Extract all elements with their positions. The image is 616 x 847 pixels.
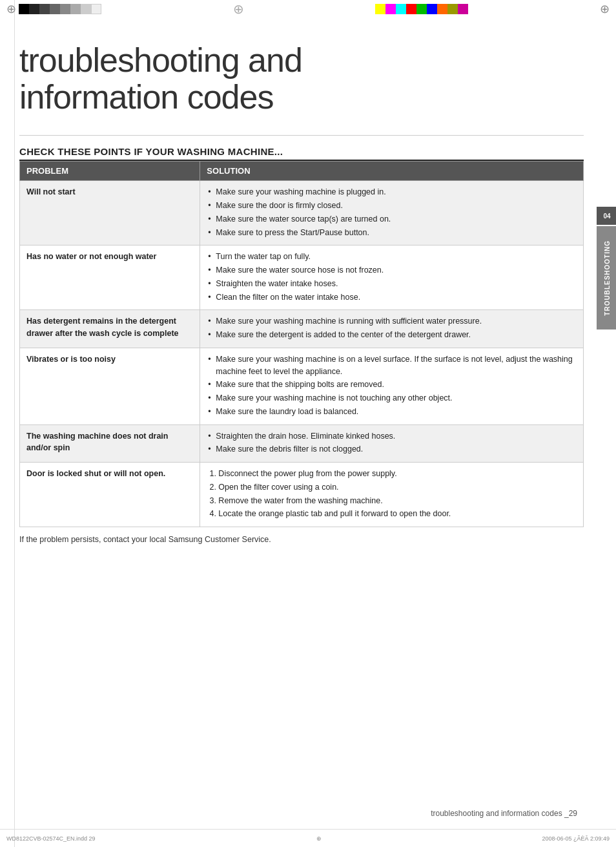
crosshair-bottom: ⊕ (316, 835, 322, 842)
solution-item: Make sure the debris filter is not clogg… (207, 443, 577, 455)
solution-cell: Make sure your washing machine is on a l… (200, 348, 584, 424)
footer-note: If the problem persists, contact your lo… (19, 535, 584, 544)
col-header-problem: PROBLEM (20, 162, 200, 181)
solution-item: Make sure your washing machine is plugge… (207, 186, 577, 198)
solution-item: Make sure the laundry load is balanced. (207, 406, 577, 418)
solution-item: Make sure your washing machine is not to… (207, 392, 577, 404)
problem-cell: Has no water or not enough water (20, 246, 200, 310)
swatch-3 (39, 4, 50, 14)
top-bar: ⊕ ⊕ ⊕ (0, 0, 616, 18)
solution-cell: Disconnect the power plug from the power… (200, 463, 584, 527)
color-bar-left (19, 4, 101, 14)
swatch-r5 (416, 4, 427, 14)
solution-item: Make sure your washing machine is on a l… (207, 353, 577, 378)
title-separator (19, 135, 584, 136)
solution-item: Make sure the door is firmly closed. (207, 200, 577, 212)
page-number-text: troubleshooting and information codes _2… (431, 809, 577, 818)
trouble-table: PROBLEM SOLUTION Will not startMake sure… (19, 161, 584, 527)
solution-cell: Turn the water tap on fully.Make sure th… (200, 246, 584, 310)
reg-cross-left: ⊕ (6, 2, 16, 16)
swatch-r9 (458, 4, 468, 14)
solution-item: Open the filter cover using a coin. (218, 481, 577, 494)
left-margin-line (14, 0, 15, 847)
solution-cell: Straighten the drain hose. Eliminate kin… (200, 424, 584, 463)
table-row: Will not startMake sure your washing mac… (20, 181, 584, 246)
side-tab-number: 04 (597, 207, 616, 225)
solution-item: Turn the water tap on fully. (207, 251, 577, 263)
crosshair-top: ⊕ (233, 1, 244, 17)
solution-item: Make sure to press the Start/Pause butto… (207, 227, 577, 239)
swatch-7 (81, 4, 91, 14)
page-title: troubleshooting and information codes (19, 42, 584, 116)
swatch-8 (91, 4, 101, 14)
swatch-r1 (375, 4, 385, 14)
color-bar-right (375, 4, 468, 14)
solution-cell: Make sure your washing machine is runnin… (200, 310, 584, 348)
side-tab-label: TROUBLESHOOTING (604, 240, 611, 316)
swatch-r8 (447, 4, 458, 14)
bottom-left-text: WD8122CVB-02574C_EN.indd 29 (6, 835, 96, 842)
swatch-r3 (396, 4, 406, 14)
table-row: Has no water or not enough waterTurn the… (20, 246, 584, 310)
table-row: Vibrates or is too noisyMake sure your w… (20, 348, 584, 424)
swatch-5 (60, 4, 70, 14)
swatch-4 (50, 4, 60, 14)
table-row: Door is locked shut or will not open.Dis… (20, 463, 584, 527)
solution-item: Straighten the water intake hoses. (207, 278, 577, 290)
section-heading: CHECK THESE POINTS IF YOUR WASHING MACHI… (19, 146, 584, 161)
swatch-r7 (437, 4, 447, 14)
solution-item: Remove the water from the washing machin… (218, 495, 577, 507)
solution-item: Locate the orange plastic tab and pull i… (218, 508, 577, 520)
swatch-r2 (385, 4, 396, 14)
table-row: The washing machine does not drain and/o… (20, 424, 584, 463)
problem-cell: Door is locked shut or will not open. (20, 463, 200, 527)
bottom-right-text: 2008-06-05 ¿ÃÈÂ 2:09:49 (542, 835, 610, 842)
solution-item: Make sure the detergent is added to the … (207, 329, 577, 341)
reg-cross-right: ⊕ (600, 2, 610, 16)
solution-cell: Make sure your washing machine is plugge… (200, 181, 584, 246)
solution-item: Make sure your washing machine is runnin… (207, 315, 577, 328)
solution-item: Make sure the water source tap(s) are tu… (207, 213, 577, 225)
swatch-2 (29, 4, 39, 14)
solution-item: Make sure the water source hose is not f… (207, 264, 577, 277)
reg-marks-left: ⊕ (6, 2, 101, 16)
problem-cell: The washing machine does not drain and/o… (20, 424, 200, 463)
main-content: troubleshooting and information codes CH… (19, 23, 584, 821)
swatch-1 (19, 4, 29, 14)
bottom-bar: WD8122CVB-02574C_EN.indd 29 ⊕ 2008-06-05… (0, 829, 616, 847)
solution-item: Disconnect the power plug from the power… (218, 468, 577, 480)
swatch-r4 (406, 4, 416, 14)
solution-item: Make sure that the shipping bolts are re… (207, 379, 577, 391)
solution-item: Clean the filter on the water intake hos… (207, 291, 577, 304)
solution-item: Straighten the drain hose. Eliminate kin… (207, 430, 577, 443)
problem-cell: Will not start (20, 181, 200, 246)
table-row: Has detergent remains in the detergent d… (20, 310, 584, 348)
problem-cell: Has detergent remains in the detergent d… (20, 310, 200, 348)
swatch-6 (70, 4, 81, 14)
side-tab: TROUBLESHOOTING (597, 226, 616, 329)
swatch-r6 (427, 4, 437, 14)
problem-cell: Vibrates or is too noisy (20, 348, 200, 424)
col-header-solution: SOLUTION (200, 162, 584, 181)
